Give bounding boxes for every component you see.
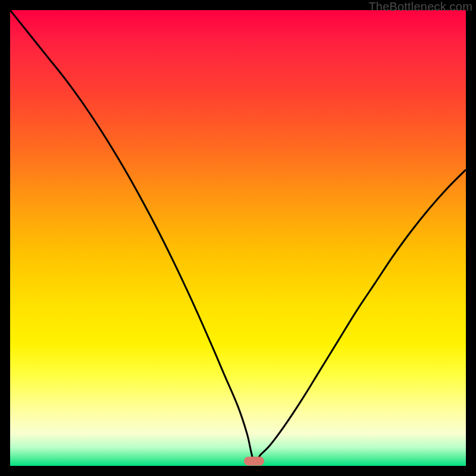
chart-frame: TheBottleneck.com	[0, 0, 476, 476]
watermark-text: TheBottleneck.com	[368, 0, 472, 14]
optimal-point-marker	[244, 457, 264, 466]
curve-path	[10, 10, 466, 462]
bottleneck-curve	[10, 10, 466, 466]
plot-area	[10, 10, 466, 466]
